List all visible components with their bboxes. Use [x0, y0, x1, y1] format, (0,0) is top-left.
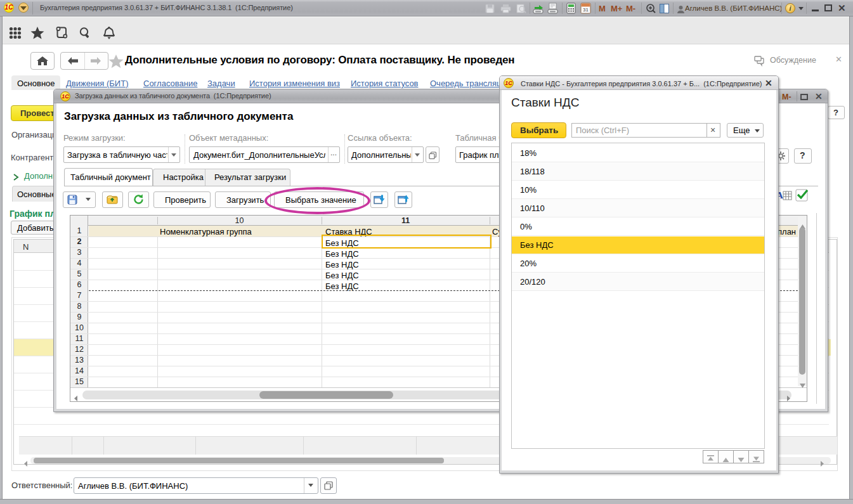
svg-text:31: 31 — [583, 7, 589, 13]
